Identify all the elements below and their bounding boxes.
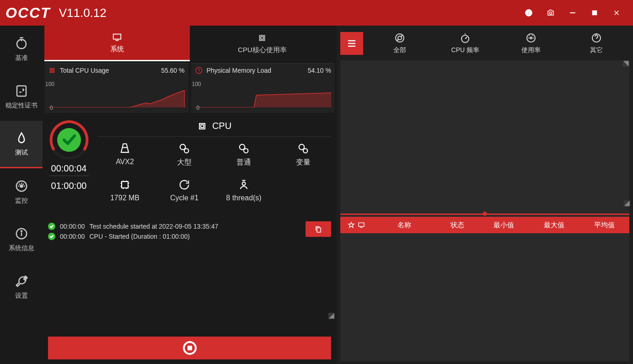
memory-icon	[195, 66, 203, 75]
menu-button[interactable]	[340, 32, 363, 55]
svg-point-29	[244, 149, 248, 153]
log-time: 00:00:00	[60, 223, 85, 230]
center-panel: 系统 CPU核心使用率 Total CPU Usage 55.60 % 100 …	[43, 26, 337, 364]
param-load: 变量	[274, 142, 333, 167]
param-cycle: Cycle #1	[155, 178, 214, 202]
table-header: 名称 状态 最小值 最大值 平均值	[340, 217, 629, 233]
cpu-icon	[48, 66, 56, 75]
svg-point-26	[180, 145, 186, 150]
log-msg: CPU - Started (Duration : 01:00:00)	[90, 233, 190, 240]
svg-point-31	[303, 149, 307, 153]
nav-test[interactable]: 测试	[0, 121, 43, 168]
svg-point-38	[396, 34, 404, 42]
star-icon[interactable]	[348, 221, 355, 229]
copy-log-button[interactable]	[306, 221, 331, 237]
svg-point-39	[398, 36, 402, 40]
svg-rect-23	[199, 123, 205, 129]
metric-cpu: Total CPU Usage 55.60 % 100 0	[44, 63, 188, 113]
metric-cpu-value: 55.60 %	[161, 67, 184, 74]
test-status: 00:00:04 01:00:00	[44, 116, 93, 208]
svg-marker-44	[349, 222, 354, 227]
stop-button[interactable]	[48, 337, 331, 359]
screenshot-button[interactable]	[540, 2, 562, 24]
svg-rect-17	[261, 37, 264, 39]
svg-rect-24	[201, 125, 204, 128]
svg-point-42	[530, 37, 532, 39]
vertical-splitter[interactable]	[340, 210, 629, 217]
svg-rect-45	[359, 223, 364, 226]
nav-sysinfo[interactable]: 系统信息	[0, 216, 43, 263]
tab-system[interactable]: 系统	[44, 26, 190, 61]
filter-usage[interactable]: 使用率	[498, 30, 564, 57]
nav-benchmark-label: 基准	[15, 54, 28, 62]
resize-handle[interactable]	[328, 313, 335, 319]
svg-rect-34	[317, 228, 321, 232]
close-button[interactable]	[606, 2, 628, 24]
metric-mem: Physical Memory Load 54.10 % 100 0	[191, 63, 335, 113]
nav-monitor[interactable]: 监控	[0, 168, 43, 216]
info-button[interactable]: i	[518, 2, 540, 24]
nav-sysinfo-label: 系统信息	[9, 244, 34, 252]
svg-point-2	[549, 12, 552, 14]
log-line: 00:00:00 Test schedule started at 2022-0…	[48, 221, 331, 231]
svg-point-22	[57, 128, 81, 152]
expand-handle[interactable]	[623, 60, 629, 67]
graph-area	[340, 60, 629, 210]
maximize-button[interactable]	[584, 2, 606, 24]
test-header-label: CPU	[212, 121, 231, 131]
filter-other[interactable]: 其它	[564, 30, 630, 57]
svg-point-13	[21, 230, 22, 231]
app-version: V11.0.12	[59, 6, 107, 20]
col-min[interactable]: 最小值	[478, 221, 529, 230]
test-header: CPU	[98, 116, 330, 137]
nav-settings[interactable]: 设置	[0, 263, 43, 311]
svg-point-33	[242, 182, 246, 185]
col-status[interactable]: 状态	[436, 221, 478, 230]
svg-rect-18	[50, 69, 54, 73]
log-time: 00:00:00	[60, 233, 85, 240]
col-avg[interactable]: 平均值	[579, 221, 629, 230]
check-icon	[48, 233, 55, 240]
svg-text:i: i	[528, 10, 530, 16]
svg-rect-32	[122, 182, 128, 188]
col-name[interactable]: 名称	[372, 221, 436, 230]
tab-cpu-core-label: CPU核心使用率	[238, 46, 287, 54]
svg-rect-19	[51, 70, 54, 72]
svg-rect-16	[260, 35, 265, 40]
status-ring-icon	[48, 119, 90, 161]
nav-stability[interactable]: 稳定性证书	[0, 73, 43, 121]
param-mode: 普通	[214, 142, 274, 167]
table-body	[340, 233, 629, 361]
monitoring-panel: 全部 CPU 频率 使用率 其它 名称 状态 最小值 最大值 平均值	[337, 26, 633, 364]
svg-rect-8	[17, 86, 26, 96]
param-memory: 1792 MB	[95, 178, 155, 202]
svg-rect-4	[593, 11, 597, 15]
total-duration: 01:00:00	[51, 181, 87, 191]
metric-cpu-label: Total CPU Usage	[60, 67, 109, 74]
svg-point-41	[527, 34, 535, 42]
nav-test-label: 测试	[15, 149, 28, 157]
chart-mem: 100 0	[191, 77, 335, 113]
nav-sidebar: 基准 稳定性证书 测试 监控 系统信息 设置	[0, 26, 43, 364]
minimize-button[interactable]	[562, 2, 584, 24]
metric-mem-label: Physical Memory Load	[207, 67, 272, 74]
check-icon	[48, 223, 55, 230]
monitor-icon[interactable]	[358, 221, 365, 229]
filter-all[interactable]: 全部	[367, 30, 433, 57]
filter-cpu-freq[interactable]: CPU 频率	[433, 30, 499, 57]
expand-handle[interactable]	[624, 200, 630, 207]
metric-mem-value: 54.10 %	[308, 67, 331, 74]
titlebar: OCCT V11.0.12 i	[0, 0, 633, 26]
elapsed-time: 00:00:04	[51, 163, 87, 174]
svg-point-27	[184, 149, 188, 153]
stop-icon	[183, 341, 197, 355]
log-line: 00:00:00 CPU - Started (Duration : 01:00…	[48, 231, 331, 241]
col-max[interactable]: 最大值	[529, 221, 579, 230]
param-threads: 8 thread(s)	[214, 178, 274, 202]
nav-stability-label: 稳定性证书	[5, 102, 38, 110]
tab-cpu-core[interactable]: CPU核心使用率	[190, 26, 335, 61]
param-instruction-set: AVX2	[95, 142, 155, 167]
test-log: 00:00:00 Test schedule started at 2022-0…	[44, 221, 335, 241]
nav-benchmark[interactable]: 基准	[0, 26, 43, 73]
nav-settings-label: 设置	[15, 292, 28, 300]
